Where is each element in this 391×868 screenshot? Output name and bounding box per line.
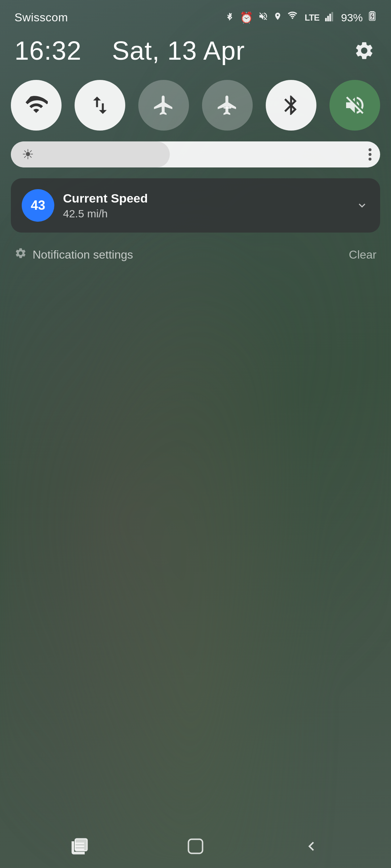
wifi-toggle[interactable] xyxy=(11,80,62,131)
svg-rect-12 xyxy=(189,839,203,854)
signal-status-icon xyxy=(324,11,336,24)
clear-button[interactable]: Clear xyxy=(349,248,377,261)
dot-2 xyxy=(369,153,371,156)
carrier-text: Swisscom xyxy=(14,11,68,24)
data-toggle[interactable] xyxy=(75,80,125,131)
datetime-row: 16:32 Sat, 13 Apr xyxy=(0,29,391,76)
status-bar: Swisscom ⏰ xyxy=(0,0,391,29)
nfc-toggle[interactable] xyxy=(202,80,253,131)
navigation-bar xyxy=(0,825,391,868)
dot-1 xyxy=(369,148,371,151)
status-icons: ⏰ LT xyxy=(224,10,377,25)
lte-status-icon: LTE xyxy=(304,13,319,23)
quick-toggles-row xyxy=(0,76,391,138)
brightness-fill xyxy=(11,141,170,167)
notif-settings-left[interactable]: Notification settings xyxy=(14,247,133,262)
notif-settings-label: Notification settings xyxy=(33,248,133,261)
sound-toggle[interactable] xyxy=(329,80,380,131)
notif-title: Current Speed xyxy=(63,191,346,205)
datetime-text: 16:32 Sat, 13 Apr xyxy=(14,36,245,65)
notif-settings-row: Notification settings Clear xyxy=(0,236,391,273)
brightness-more-button[interactable] xyxy=(369,148,371,161)
svg-rect-8 xyxy=(223,107,231,109)
notification-card[interactable]: 43 Current Speed 42.5 mi/h xyxy=(11,178,380,233)
time-display: 16:32 xyxy=(14,36,81,65)
brightness-icon: ☀ xyxy=(22,146,34,162)
svg-rect-3 xyxy=(329,14,331,21)
battery-text: 93% xyxy=(341,12,363,24)
back-button[interactable] xyxy=(293,835,329,857)
brightness-slider[interactable]: ☀ xyxy=(11,141,380,167)
brightness-row: ☀ xyxy=(0,138,391,175)
notification-area: 43 Current Speed 42.5 mi/h xyxy=(0,175,391,236)
home-button[interactable] xyxy=(177,835,214,857)
notif-content: Current Speed 42.5 mi/h xyxy=(63,191,346,220)
svg-point-0 xyxy=(292,17,293,19)
dot-3 xyxy=(369,158,371,161)
date-display: Sat, 13 Apr xyxy=(112,36,245,65)
airplane-toggle[interactable] xyxy=(138,80,189,131)
battery-charging-icon xyxy=(368,11,377,24)
recent-apps-button[interactable] xyxy=(62,835,98,857)
notif-app-icon: 43 xyxy=(22,189,54,222)
notif-settings-icon xyxy=(14,247,27,262)
svg-rect-1 xyxy=(325,18,327,21)
settings-button[interactable] xyxy=(352,38,377,63)
svg-rect-2 xyxy=(327,16,329,21)
mute-status-icon xyxy=(258,11,268,24)
alarm-status-icon: ⏰ xyxy=(240,11,253,24)
svg-rect-4 xyxy=(331,12,333,21)
wifi-calling-status-icon xyxy=(287,11,299,24)
bluetooth-status-icon xyxy=(224,10,235,25)
notif-subtitle: 42.5 mi/h xyxy=(63,208,346,220)
bluetooth-toggle[interactable] xyxy=(266,80,316,131)
notif-expand-button[interactable] xyxy=(355,198,369,213)
location-status-icon xyxy=(273,11,282,24)
